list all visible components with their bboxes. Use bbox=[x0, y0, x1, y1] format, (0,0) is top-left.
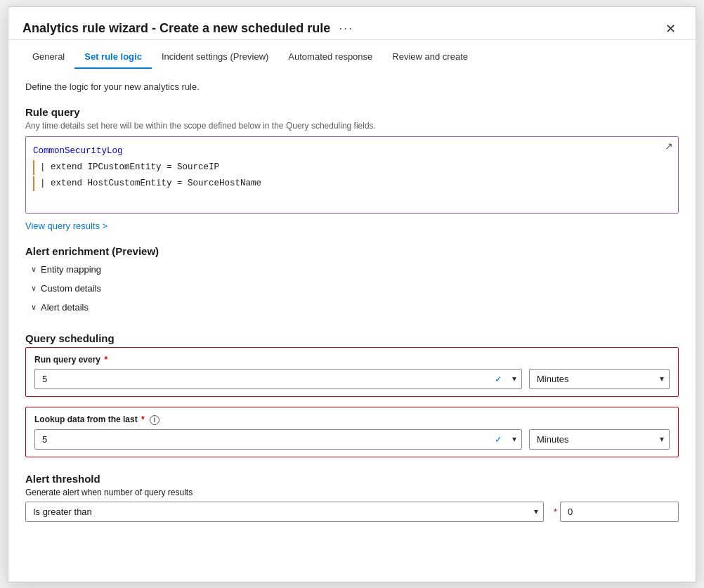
tab-bar: General Set rule logic Incident settings… bbox=[8, 46, 696, 69]
custom-details-item[interactable]: ∨ Custom details bbox=[25, 279, 679, 298]
alert-details-chevron: ∨ bbox=[31, 303, 37, 312]
entity-mapping-chevron: ∨ bbox=[31, 265, 37, 274]
dialog-title: Analytics rule wizard - Create a new sch… bbox=[22, 21, 330, 36]
tab-set-rule-logic[interactable]: Set rule logic bbox=[74, 46, 152, 69]
lookup-value-select[interactable]: 5 10 15 30 60 bbox=[34, 429, 522, 450]
lookup-unit-select[interactable]: Minutes Hours Days bbox=[529, 429, 670, 450]
run-query-every-group: Run query every * 5 10 15 30 60 ✓ ▾ bbox=[25, 347, 679, 397]
run-query-every-label: Run query every * bbox=[34, 355, 670, 365]
query-box-wrapper: CommonSecurityLog | extend IPCustomEntit… bbox=[25, 136, 679, 214]
alert-threshold-title: Alert threshold bbox=[25, 473, 679, 485]
view-query-results-link[interactable]: View query results > bbox=[25, 221, 107, 231]
query-line-3: | extend HostCustomEntity = SourceHostNa… bbox=[33, 176, 657, 191]
run-query-unit-wrapper: Minutes Hours Days ▾ bbox=[529, 369, 670, 389]
query-pipe-1: | extend IPCustomEntity = SourceIP bbox=[33, 160, 219, 175]
expand-icon[interactable]: ↗ bbox=[665, 141, 673, 152]
more-options-icon[interactable]: ··· bbox=[339, 21, 353, 36]
lookup-unit-wrapper: Minutes Hours Days ▾ bbox=[529, 429, 670, 450]
alert-details-label: Alert details bbox=[41, 302, 89, 313]
generate-label: Generate alert when number of query resu… bbox=[25, 488, 679, 497]
run-query-value-wrapper: 5 10 15 30 60 ✓ ▾ bbox=[34, 369, 522, 389]
analytics-rule-dialog: Analytics rule wizard - Create a new sch… bbox=[8, 6, 696, 582]
threshold-condition-select[interactable]: Is greater than Is less than Is equal to… bbox=[25, 502, 544, 522]
alert-enrichment-section: Alert enrichment (Preview) ∨ Entity mapp… bbox=[25, 245, 679, 317]
run-query-unit-select[interactable]: Minutes Hours Days bbox=[529, 369, 670, 389]
threshold-condition-wrapper: Is greater than Is less than Is equal to… bbox=[25, 502, 544, 522]
run-query-row: 5 10 15 30 60 ✓ ▾ Minutes Hours bbox=[34, 369, 670, 389]
rule-query-title: Rule query bbox=[25, 106, 679, 118]
close-button[interactable]: ✕ bbox=[660, 18, 682, 39]
query-line-1: CommonSecurityLog bbox=[33, 144, 657, 159]
custom-details-chevron: ∨ bbox=[31, 284, 37, 293]
tab-incident-settings[interactable]: Incident settings (Preview) bbox=[152, 46, 278, 69]
threshold-row: Is greater than Is less than Is equal to… bbox=[25, 502, 679, 522]
dialog-header: Analytics rule wizard - Create a new sch… bbox=[8, 7, 696, 40]
lookup-data-row: 5 10 15 30 60 ✓ ▾ Minutes Hours bbox=[34, 429, 670, 450]
page-description: Define the logic for your new analytics … bbox=[25, 81, 679, 92]
run-query-value-select[interactable]: 5 10 15 30 60 bbox=[34, 369, 522, 389]
query-scheduling-title: Query scheduling bbox=[25, 332, 679, 344]
alert-threshold-section: Alert threshold Generate alert when numb… bbox=[25, 473, 679, 522]
threshold-required-star: * bbox=[554, 507, 557, 517]
query-keyword: CommonSecurityLog bbox=[33, 146, 123, 156]
tab-automated-response[interactable]: Automated response bbox=[278, 46, 382, 69]
query-line-2: | extend IPCustomEntity = SourceIP bbox=[33, 160, 657, 175]
lookup-info-icon[interactable]: i bbox=[150, 415, 159, 425]
entity-mapping-item[interactable]: ∨ Entity mapping bbox=[25, 260, 679, 279]
lookup-value-wrapper: 5 10 15 30 60 ✓ ▾ bbox=[34, 429, 522, 450]
query-pipe-2: | extend HostCustomEntity = SourceHostNa… bbox=[33, 176, 261, 191]
title-row: Analytics rule wizard - Create a new sch… bbox=[22, 21, 353, 36]
custom-details-label: Custom details bbox=[41, 283, 101, 294]
lookup-data-group: Lookup data from the last * i 5 10 15 30… bbox=[25, 407, 679, 457]
entity-mapping-label: Entity mapping bbox=[41, 264, 101, 275]
alert-details-item[interactable]: ∨ Alert details bbox=[25, 298, 679, 317]
threshold-value-wrapper: * bbox=[552, 502, 679, 522]
lookup-required-star: * bbox=[141, 414, 145, 424]
rule-query-subtitle: Any time details set here will be within… bbox=[25, 121, 679, 131]
tab-general[interactable]: General bbox=[22, 46, 74, 69]
query-scheduling-section: Query scheduling Run query every * 5 10 … bbox=[25, 332, 679, 457]
dialog-body: Define the logic for your new analytics … bbox=[8, 69, 696, 582]
run-query-required-star: * bbox=[104, 355, 107, 365]
tab-review-create[interactable]: Review and create bbox=[382, 46, 478, 69]
alert-enrichment-title: Alert enrichment (Preview) bbox=[25, 245, 679, 257]
lookup-data-label: Lookup data from the last * i bbox=[34, 414, 670, 425]
threshold-value-input[interactable] bbox=[560, 502, 679, 522]
